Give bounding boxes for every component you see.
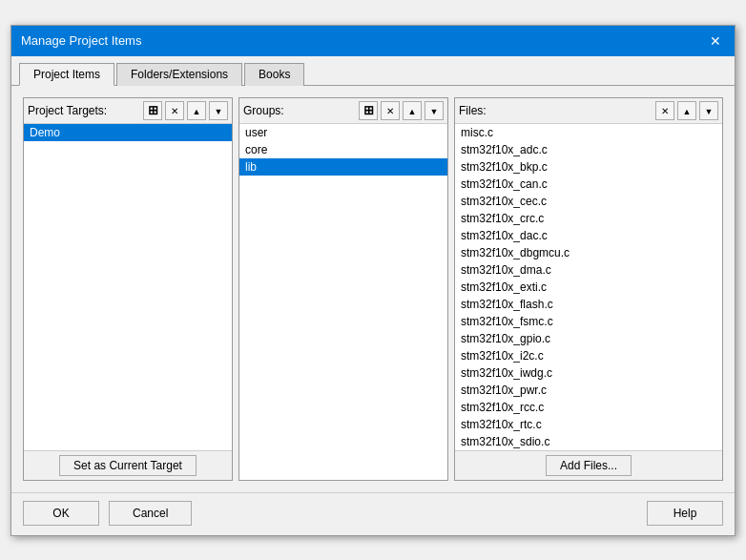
list-item[interactable]: stm32f10x_exti.c	[455, 279, 722, 296]
groups-panel: Groups: ⊞ user core	[238, 97, 448, 481]
list-item[interactable]: stm32f10x_can.c	[455, 176, 722, 193]
manage-project-items-dialog: Manage Project Items ✕ Project Items Fol…	[10, 25, 736, 536]
arrow-down-icon	[215, 105, 223, 116]
files-header: Files:	[455, 98, 722, 124]
list-item[interactable]: stm32f10x_dma.c	[455, 261, 722, 279]
dialog-title: Manage Project Items	[21, 33, 141, 48]
project-targets-footer: Set as Current Target	[24, 450, 232, 480]
add-group-button[interactable]: ⊞	[359, 101, 378, 120]
list-item[interactable]: stm32f10x_adc.c	[455, 141, 722, 158]
list-item[interactable]: stm32f10x_sdio.c	[455, 433, 722, 450]
arrow-up-icon	[683, 105, 692, 116]
arrow-up-icon	[408, 105, 417, 116]
project-targets-header: Project Targets: ⊞	[24, 98, 232, 124]
cross-icon	[386, 105, 394, 116]
target-list: Demo	[24, 124, 232, 450]
move-file-up-button[interactable]	[677, 101, 696, 120]
list-item[interactable]: stm32f10x_dbgmcu.c	[455, 244, 722, 261]
list-item[interactable]: lib	[239, 158, 447, 176]
arrow-down-icon	[430, 105, 439, 116]
add-icon: ⊞	[148, 103, 158, 117]
move-file-down-button[interactable]	[699, 101, 718, 120]
list-item[interactable]: stm32f10x_cec.c	[455, 193, 722, 210]
arrow-up-icon	[193, 105, 201, 116]
files-footer: Add Files...	[455, 450, 722, 480]
move-group-up-button[interactable]	[403, 101, 422, 120]
project-targets-label: Project Targets:	[28, 104, 140, 117]
files-label: Files:	[459, 104, 653, 117]
list-item[interactable]: stm32f10x_crc.c	[455, 210, 722, 227]
add-files-button[interactable]: Add Files...	[546, 455, 632, 476]
ok-button[interactable]: OK	[23, 501, 99, 526]
tab-folders-extensions[interactable]: Folders/Extensions	[116, 63, 242, 86]
move-target-down-button[interactable]	[209, 101, 228, 120]
delete-group-button[interactable]	[381, 101, 400, 120]
cross-icon	[661, 105, 669, 116]
title-bar: Manage Project Items ✕	[11, 26, 735, 56]
arrow-down-icon	[705, 105, 714, 116]
add-icon: ⊞	[363, 103, 374, 117]
groups-header: Groups: ⊞	[239, 98, 447, 124]
list-item[interactable]: core	[239, 141, 447, 158]
list-item[interactable]: stm32f10x_bkp.c	[455, 158, 722, 176]
list-item[interactable]: stm32f10x_flash.c	[455, 296, 722, 313]
list-item[interactable]: stm32f10x_rtc.c	[455, 416, 722, 433]
list-item[interactable]: user	[239, 124, 447, 141]
add-target-button[interactable]: ⊞	[143, 101, 162, 120]
project-targets-panel: Project Targets: ⊞ Demo	[23, 97, 233, 481]
file-list: misc.cstm32f10x_adc.cstm32f10x_bkp.cstm3…	[455, 124, 722, 450]
list-item[interactable]: misc.c	[455, 124, 722, 141]
tab-books[interactable]: Books	[244, 63, 304, 86]
files-panel: Files: misc.cstm32f10x_adc.cstm32f10x_bk…	[454, 97, 723, 481]
list-item[interactable]: stm32f10x_dac.c	[455, 227, 722, 244]
tab-project-items[interactable]: Project Items	[19, 63, 114, 86]
main-content: Project Targets: ⊞ Demo	[11, 86, 735, 492]
delete-file-button[interactable]	[655, 101, 674, 120]
list-item[interactable]: stm32f10x_pwr.c	[455, 382, 722, 399]
button-row: OK Cancel Help	[11, 492, 735, 535]
list-item[interactable]: stm32f10x_rcc.c	[455, 399, 722, 416]
list-item[interactable]: stm32f10x_fsmc.c	[455, 313, 722, 330]
group-list: user core lib	[239, 124, 447, 480]
close-button[interactable]: ✕	[706, 31, 725, 51]
list-item[interactable]: stm32f10x_i2c.c	[455, 347, 722, 364]
move-target-up-button[interactable]	[187, 101, 206, 120]
list-item[interactable]: stm32f10x_iwdg.c	[455, 364, 722, 382]
panels-row: Project Targets: ⊞ Demo	[23, 97, 723, 481]
cancel-button[interactable]: Cancel	[109, 501, 192, 526]
list-item[interactable]: stm32f10x_gpio.c	[455, 330, 722, 347]
tab-bar: Project Items Folders/Extensions Books	[11, 56, 735, 86]
cross-icon	[171, 105, 178, 116]
move-group-down-button[interactable]	[425, 101, 444, 120]
help-button[interactable]: Help	[647, 501, 723, 526]
delete-target-button[interactable]	[165, 101, 184, 120]
groups-label: Groups:	[243, 104, 356, 117]
set-current-target-button[interactable]: Set as Current Target	[59, 455, 197, 476]
list-item[interactable]: Demo	[24, 124, 232, 141]
